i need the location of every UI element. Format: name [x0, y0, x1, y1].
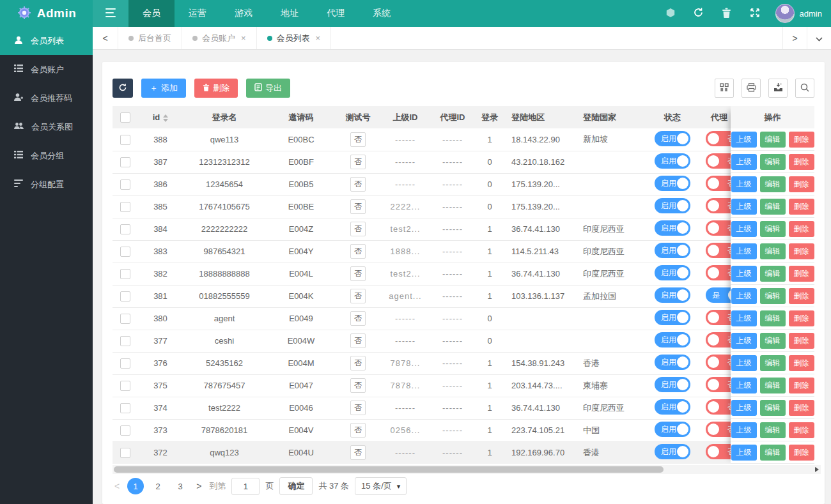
status-toggle[interactable]: 启用 [655, 220, 690, 236]
page-button-1[interactable]: 1 [127, 478, 144, 494]
row-checkbox[interactable] [120, 314, 130, 324]
edit-button[interactable]: 编辑 [760, 243, 786, 259]
delete-row-button[interactable]: 删除 [789, 288, 814, 304]
next-page-button[interactable]: > [194, 481, 203, 491]
row-checkbox[interactable] [120, 403, 130, 413]
delete-row-button[interactable]: 删除 [789, 176, 814, 192]
parent-button[interactable]: 上级 [731, 243, 757, 259]
delete-row-button[interactable]: 删除 [789, 221, 814, 237]
row-checkbox[interactable] [120, 425, 130, 436]
delete-row-button[interactable]: 删除 [789, 445, 814, 461]
status-toggle[interactable]: 启用 [655, 153, 690, 169]
edit-button[interactable]: 编辑 [760, 422, 786, 438]
status-toggle[interactable]: 启用 [655, 399, 690, 415]
row-checkbox[interactable] [120, 224, 130, 234]
sort-icon[interactable] [163, 114, 168, 122]
tabs-scroll-left-button[interactable]: < [93, 27, 118, 49]
parent-button[interactable]: 上级 [731, 266, 757, 282]
sidebar-item-member-accounts[interactable]: 会员账户 [0, 55, 93, 84]
row-checkbox[interactable] [120, 179, 130, 190]
tab-member-list[interactable]: 会员列表 × [257, 27, 332, 49]
edit-button[interactable]: 编辑 [760, 176, 786, 192]
menu-item-agents[interactable]: 代理 [313, 0, 359, 27]
parent-button[interactable]: 上级 [731, 199, 757, 215]
parent-button[interactable]: 上级 [731, 333, 757, 349]
sidebar-item-group-config[interactable]: 分组配置 [0, 170, 93, 199]
sidebar-item-member-list[interactable]: 会员列表 [0, 27, 93, 55]
edit-button[interactable]: 编辑 [760, 154, 786, 170]
row-checkbox[interactable] [120, 381, 130, 391]
menu-item-operations[interactable]: 运营 [175, 0, 221, 27]
column-header-id[interactable]: id [138, 106, 183, 128]
clear-cache-button[interactable] [713, 0, 741, 27]
sidebar-item-relation-graph[interactable]: 会员关系图 [0, 112, 93, 141]
row-checkbox[interactable] [120, 247, 130, 257]
add-button[interactable]: ＋添加 [141, 79, 186, 98]
page-button-2[interactable]: 2 [150, 478, 166, 494]
row-checkbox[interactable] [120, 336, 130, 346]
delete-row-button[interactable]: 删除 [789, 243, 814, 259]
delete-row-button[interactable]: 删除 [789, 400, 814, 416]
menu-item-members[interactable]: 会员 [128, 0, 175, 27]
edit-button[interactable]: 编辑 [760, 400, 786, 416]
delete-row-button[interactable]: 删除 [789, 266, 814, 282]
delete-row-button[interactable]: 删除 [789, 378, 814, 393]
sidebar-collapse-button[interactable] [93, 0, 128, 27]
parent-button[interactable]: 上级 [731, 422, 757, 438]
parent-button[interactable]: 上级 [731, 378, 757, 393]
status-toggle[interactable]: 启用 [655, 287, 690, 303]
fullscreen-button[interactable] [741, 0, 769, 27]
scrollbar-right-arrow-icon[interactable] [815, 467, 819, 472]
edit-button[interactable]: 编辑 [760, 132, 786, 148]
page-button-3[interactable]: 3 [172, 478, 189, 494]
theme-button[interactable] [656, 0, 685, 27]
scrollbar-thumb[interactable] [114, 466, 664, 473]
tab-home[interactable]: 后台首页 [118, 27, 182, 49]
select-all-checkbox[interactable] [120, 112, 130, 123]
parent-button[interactable]: 上级 [731, 400, 757, 416]
parent-button[interactable]: 上级 [731, 288, 757, 304]
sidebar-item-member-groups[interactable]: 会员分组 [0, 141, 93, 170]
status-toggle[interactable]: 启用 [655, 198, 690, 213]
refresh-table-button[interactable] [113, 79, 133, 98]
print-button[interactable] [742, 79, 761, 98]
avatar[interactable] [775, 4, 795, 23]
edit-button[interactable]: 编辑 [760, 199, 786, 215]
prev-page-button[interactable]: < [113, 481, 121, 491]
menu-item-system[interactable]: 系统 [359, 0, 405, 27]
row-checkbox[interactable] [120, 269, 130, 279]
goto-page-input[interactable] [231, 478, 260, 495]
per-page-select[interactable]: 15 条/页 ▾ [355, 477, 407, 495]
export-button[interactable]: 导出 [246, 79, 290, 98]
parent-button[interactable]: 上级 [731, 445, 757, 461]
row-checkbox[interactable] [120, 135, 130, 145]
close-icon[interactable]: × [316, 33, 321, 43]
username[interactable]: admin [800, 9, 822, 19]
delete-row-button[interactable]: 删除 [789, 132, 814, 148]
delete-row-button[interactable]: 删除 [789, 154, 814, 170]
brand[interactable]: Admin [0, 0, 93, 27]
parent-button[interactable]: 上级 [731, 355, 757, 371]
tabs-scroll-right-button[interactable]: > [782, 27, 807, 49]
menu-item-games[interactable]: 游戏 [221, 0, 267, 27]
row-checkbox[interactable] [120, 157, 130, 167]
confirm-page-button[interactable]: 确定 [279, 477, 313, 495]
tab-member-accounts[interactable]: 会员账户 × [182, 27, 257, 49]
parent-button[interactable]: 上级 [731, 221, 757, 237]
status-toggle[interactable]: 启用 [655, 310, 690, 325]
sidebar-item-referral-codes[interactable]: 会员推荐码 [0, 84, 93, 112]
row-checkbox[interactable] [120, 291, 130, 302]
delete-row-button[interactable]: 删除 [789, 310, 814, 326]
edit-button[interactable]: 编辑 [760, 333, 786, 349]
parent-button[interactable]: 上级 [731, 154, 757, 170]
horizontal-scrollbar[interactable] [113, 465, 821, 474]
edit-button[interactable]: 编辑 [760, 266, 786, 282]
tabs-menu-button[interactable] [807, 27, 831, 49]
close-icon[interactable]: × [241, 33, 246, 43]
row-checkbox[interactable] [120, 358, 130, 369]
edit-button[interactable]: 编辑 [760, 288, 786, 304]
edit-button[interactable]: 编辑 [760, 221, 786, 237]
parent-button[interactable]: 上级 [731, 310, 757, 326]
search-button[interactable] [795, 79, 814, 98]
status-toggle[interactable]: 启用 [655, 243, 690, 258]
